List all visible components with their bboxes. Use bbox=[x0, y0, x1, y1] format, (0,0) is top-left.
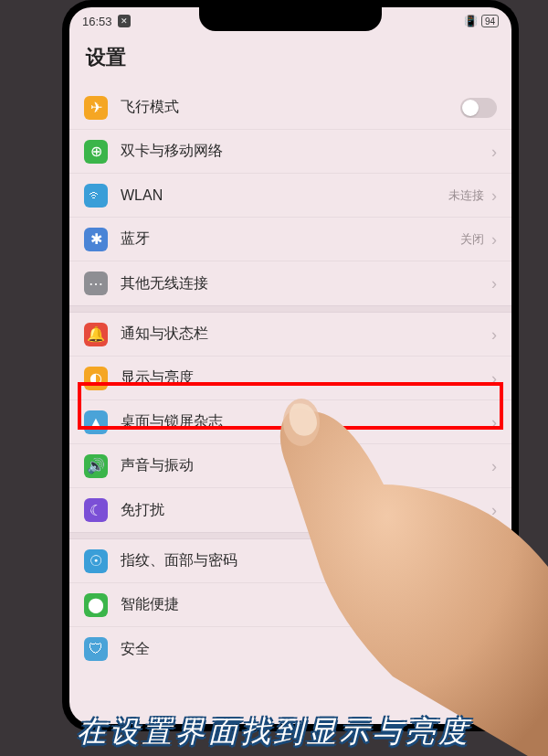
desktop-icon: ▲ bbox=[84, 410, 108, 434]
row-label: 双卡与移动网络 bbox=[121, 142, 491, 161]
chevron-right-icon: › bbox=[491, 231, 497, 248]
row-label: 声音与振动 bbox=[121, 456, 491, 475]
settings-row-wlan[interactable]: ᯤWLAN未连接› bbox=[69, 174, 511, 218]
settings-row-dnd[interactable]: ☾免打扰› bbox=[69, 488, 511, 532]
display-icon: ◐ bbox=[84, 367, 108, 390]
row-label: 显示与亮度 bbox=[121, 368, 491, 388]
settings-row-biometric[interactable]: ☉指纹、面部与密码› bbox=[69, 539, 511, 583]
chevron-right-icon: › bbox=[491, 326, 497, 343]
settings-row-airplane[interactable]: ✈飞行模式 bbox=[69, 86, 511, 130]
settings-row-notif[interactable]: 🔔通知与状态栏› bbox=[69, 313, 511, 357]
chevron-right-icon: › bbox=[491, 414, 497, 431]
row-value: 未连接 bbox=[448, 187, 484, 204]
row-value: 关闭 bbox=[460, 231, 484, 248]
vibrate-icon: 📳 bbox=[464, 15, 478, 27]
page-title: 设置 bbox=[69, 35, 511, 86]
airplane-toggle[interactable] bbox=[460, 98, 497, 118]
chevron-right-icon: › bbox=[491, 275, 497, 292]
phone-frame: 16:53 ✕ 📳 94 设置 ✈飞行模式⊕双卡与移动网络›ᯤWLAN未连接›✱… bbox=[62, 0, 519, 731]
row-label: 通知与状态栏 bbox=[121, 325, 491, 344]
more-conn-icon: ⋯ bbox=[84, 272, 108, 295]
row-label: 其他无线连接 bbox=[121, 274, 491, 293]
chevron-right-icon: › bbox=[491, 553, 497, 570]
row-label: 安全 bbox=[121, 640, 491, 659]
video-caption: 在设置界面找到显示与亮度 bbox=[0, 705, 548, 756]
row-label: 飞行模式 bbox=[121, 98, 460, 117]
chevron-right-icon: › bbox=[491, 144, 497, 160]
smart-icon: ⬤ bbox=[84, 593, 108, 617]
settings-row-display[interactable]: ◐显示与亮度› bbox=[69, 357, 511, 400]
row-label: 蓝牙 bbox=[121, 229, 460, 249]
settings-row-sound[interactable]: 🔊声音与振动› bbox=[69, 444, 511, 488]
dnd-icon: ☾ bbox=[84, 498, 108, 522]
sim-icon: ⊕ bbox=[84, 140, 108, 164]
airplane-icon: ✈ bbox=[84, 96, 108, 120]
group-divider bbox=[69, 532, 511, 539]
biometric-icon: ☉ bbox=[84, 549, 108, 573]
row-label: 智能便捷 bbox=[121, 595, 491, 614]
settings-row-smart[interactable]: ⬤智能便捷› bbox=[69, 583, 511, 627]
chevron-right-icon: › bbox=[491, 502, 497, 518]
chevron-right-icon: › bbox=[491, 597, 497, 613]
chevron-right-icon: › bbox=[491, 187, 497, 204]
settings-row-bluetooth[interactable]: ✱蓝牙关闭› bbox=[69, 218, 511, 261]
chevron-right-icon: › bbox=[491, 458, 497, 474]
settings-row-desktop[interactable]: ▲桌面与锁屏杂志› bbox=[69, 400, 511, 444]
notif-icon: 🔔 bbox=[84, 323, 108, 346]
settings-row-more-conn[interactable]: ⋯其他无线连接› bbox=[69, 261, 511, 305]
chevron-right-icon: › bbox=[491, 641, 497, 657]
row-label: 指纹、面部与密码 bbox=[121, 551, 491, 570]
bluetooth-icon: ✱ bbox=[84, 228, 108, 251]
chevron-right-icon: › bbox=[491, 370, 497, 387]
wlan-icon: ᯤ bbox=[84, 184, 108, 208]
row-label: 桌面与锁屏杂志 bbox=[121, 412, 491, 431]
settings-row-sim[interactable]: ⊕双卡与移动网络› bbox=[69, 130, 511, 174]
battery-level: 94 bbox=[485, 16, 495, 27]
sound-icon: 🔊 bbox=[84, 454, 108, 478]
close-badge-icon: ✕ bbox=[118, 15, 131, 27]
screen: 16:53 ✕ 📳 94 设置 ✈飞行模式⊕双卡与移动网络›ᯤWLAN未连接›✱… bbox=[69, 7, 511, 724]
security-icon: 🛡 bbox=[84, 637, 108, 661]
group-divider bbox=[69, 305, 511, 313]
settings-row-security[interactable]: 🛡安全› bbox=[69, 627, 511, 671]
notch bbox=[199, 7, 382, 31]
battery-icon: 94 bbox=[481, 15, 499, 27]
row-label: WLAN bbox=[121, 187, 448, 204]
status-time: 16:53 bbox=[82, 15, 112, 28]
row-label: 免打扰 bbox=[121, 501, 491, 520]
settings-list[interactable]: ✈飞行模式⊕双卡与移动网络›ᯤWLAN未连接›✱蓝牙关闭›⋯其他无线连接›🔔通知… bbox=[69, 86, 511, 671]
